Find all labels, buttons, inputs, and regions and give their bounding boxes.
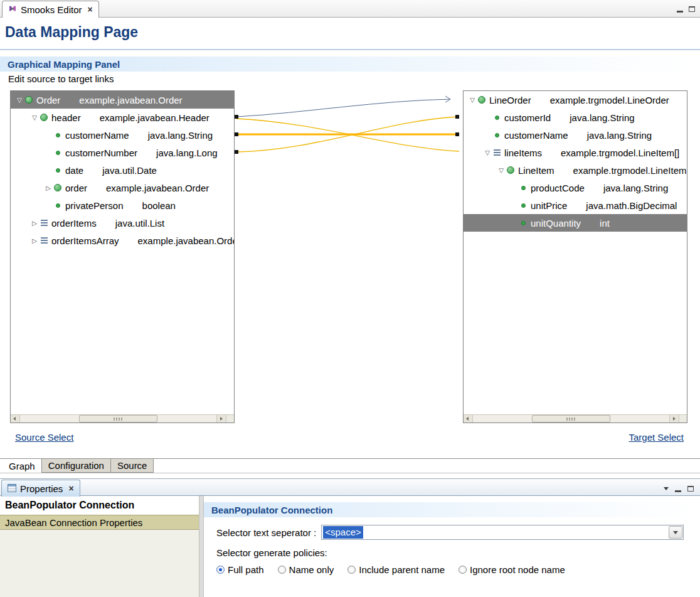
scrollbar-thumb[interactable] <box>532 415 610 422</box>
tree-row[interactable]: productCode java.lang.String <box>464 179 687 196</box>
tree-row[interactable]: lineItems example.trgmodel.LineItem[] <box>464 144 687 161</box>
node-type: example.javabean.Order <box>106 183 209 193</box>
connection-handle[interactable] <box>235 115 238 119</box>
policy-radio-option[interactable]: Name only <box>278 564 334 575</box>
connection-handle[interactable] <box>235 150 238 154</box>
tree-row[interactable]: customerName java.lang.String <box>11 126 234 144</box>
properties-body: BeanPopulator Connection JavaBean Connec… <box>0 496 700 597</box>
mapping-connections <box>235 90 463 423</box>
policy-radio-option[interactable]: Ignore root node name <box>459 564 565 575</box>
radio-button-icon[interactable] <box>278 566 286 574</box>
policy-radio-option[interactable]: Full path <box>216 564 264 575</box>
tree-row[interactable]: orderItems java.util.List <box>11 214 234 232</box>
expand-toggle-icon[interactable] <box>14 97 24 104</box>
tree-row[interactable]: unitPrice java.math.BigDecimal <box>464 196 687 214</box>
node-icon <box>53 183 63 193</box>
tab-properties[interactable]: Properties × <box>1 480 80 497</box>
properties-list-item[interactable]: JavaBean Connection Properties <box>0 515 199 530</box>
expand-toggle-icon[interactable] <box>43 185 53 191</box>
tree-row[interactable]: orderItemsArray example.javabean.OrderIt… <box>11 232 234 249</box>
node-name: customerNumber <box>65 148 137 158</box>
scrollbar-thumb[interactable] <box>79 415 157 422</box>
close-icon[interactable]: × <box>68 483 73 493</box>
scroll-right-button[interactable] <box>216 415 226 422</box>
scroll-right-button[interactable] <box>669 415 679 422</box>
maximize-icon[interactable] <box>689 6 695 12</box>
properties-list-item[interactable]: BeanPopulator Connection <box>0 496 199 515</box>
expand-toggle-icon[interactable] <box>29 237 40 244</box>
properties-selector-list: BeanPopulator Connection JavaBean Connec… <box>0 496 199 597</box>
node-type: int <box>600 218 610 229</box>
tree-row[interactable]: Order example.javabean.Order <box>11 91 234 109</box>
scrollbar-track[interactable] <box>20 415 216 422</box>
connection-handle[interactable] <box>455 115 459 119</box>
scrollbar-track[interactable] <box>473 415 669 422</box>
node-type: example.javabean.OrderItem[] <box>138 235 234 246</box>
tree-row[interactable]: unitQuantity int <box>464 214 687 232</box>
graphical-mapping-panel-header: Graphical Mapping Panel <box>0 56 700 72</box>
close-icon[interactable]: × <box>88 4 93 14</box>
minimize-icon[interactable] <box>675 485 681 492</box>
page-tab[interactable]: Graph <box>3 459 42 473</box>
tree-row[interactable]: customerName java.lang.String <box>464 126 687 144</box>
radio-button-icon[interactable] <box>347 566 356 574</box>
tree-row[interactable]: customerId java.lang.String <box>464 109 687 126</box>
policy-radio-option[interactable]: Include parent name <box>347 564 445 575</box>
tab-smooks-editor[interactable]: Smooks Editor × <box>2 1 99 18</box>
radio-button-icon[interactable] <box>216 566 225 574</box>
tree-row[interactable]: LineItem example.trgmodel.LineItem <box>464 161 687 179</box>
horizontal-scrollbar[interactable] <box>464 414 679 422</box>
tree-row[interactable]: customerNumber java.lang.Long <box>11 144 234 161</box>
view-menu-icon[interactable] <box>664 487 669 490</box>
tree-row[interactable]: header example.javabean.Header <box>11 109 234 126</box>
tree-row[interactable]: order example.javabean.Order <box>11 179 234 196</box>
target-select-link[interactable]: Target Select <box>628 432 684 443</box>
node-type: java.util.Date <box>102 165 157 176</box>
node-type: boolean <box>142 200 176 211</box>
selector-separator-combo[interactable]: <space> <box>321 525 684 540</box>
connection-header-lineorder[interactable] <box>236 99 450 117</box>
tree-row[interactable]: LineOrder example.trgmodel.LineOrder <box>464 91 687 109</box>
node-name: orderItemsArray <box>51 235 119 246</box>
horizontal-scrollbar[interactable] <box>11 414 226 422</box>
node-name: LineOrder <box>489 95 531 105</box>
node-name: customerId <box>504 112 551 123</box>
radio-label: Ignore root node name <box>470 564 565 575</box>
node-icon <box>53 130 63 140</box>
properties-section-header: BeanPopulator Connection <box>204 502 700 517</box>
connection-handle[interactable] <box>455 132 459 136</box>
expand-toggle-icon[interactable] <box>482 149 492 156</box>
expand-toggle-icon[interactable] <box>29 220 40 227</box>
node-type: java.math.BigDecimal <box>586 200 677 211</box>
page-tab[interactable]: Configuration <box>42 459 111 473</box>
node-type: example.javabean.Header <box>100 112 209 123</box>
maximize-icon[interactable] <box>687 486 694 492</box>
scroll-left-button[interactable] <box>11 415 20 422</box>
source-tree: Order example.javabean.Order header exam… <box>11 91 234 414</box>
node-icon <box>506 165 516 175</box>
node-icon <box>492 130 502 140</box>
node-icon <box>40 235 50 245</box>
connection-handle[interactable] <box>235 132 238 136</box>
properties-detail-pane: BeanPopulator Connection Selector text s… <box>204 496 700 597</box>
combo-dropdown-button[interactable] <box>669 526 682 539</box>
page-tab[interactable]: Source <box>111 459 154 473</box>
minimize-icon[interactable] <box>677 5 683 13</box>
radio-button-icon[interactable] <box>459 566 467 574</box>
node-name: date <box>65 165 83 176</box>
properties-view: Properties × BeanPopulator Connection Ja… <box>0 478 700 597</box>
node-name: orderItems <box>51 218 97 229</box>
scroll-left-button[interactable] <box>464 415 473 422</box>
policy-radio-group: Full path Name only Include parent name <box>216 564 684 575</box>
tree-row[interactable]: privatePerson boolean <box>11 196 234 214</box>
expand-toggle-icon[interactable] <box>467 97 477 104</box>
source-select-link[interactable]: Source Select <box>15 432 73 443</box>
expand-toggle-icon[interactable] <box>29 114 40 121</box>
node-icon <box>40 218 50 228</box>
node-name: Order <box>36 95 60 105</box>
tree-row[interactable]: date java.util.Date <box>11 161 234 179</box>
target-tree: LineOrder example.trgmodel.LineOrder cus… <box>464 91 687 414</box>
pane-divider[interactable] <box>199 496 204 597</box>
chevron-down-icon <box>673 531 678 534</box>
expand-toggle-icon[interactable] <box>496 167 506 174</box>
